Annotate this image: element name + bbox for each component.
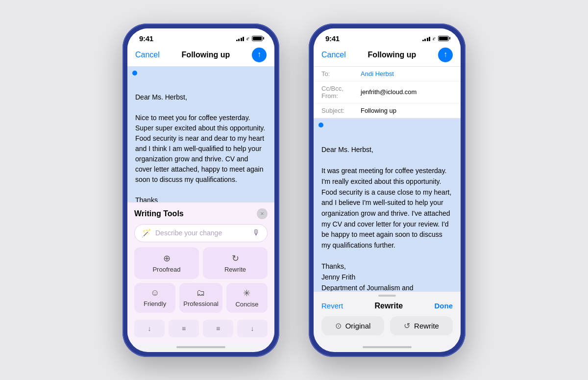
- nav-bar-right: Cancel Following up ↑: [314, 45, 461, 67]
- nav-title-left: Following up: [182, 51, 230, 59]
- wifi-icon-right: 𝑒: [433, 34, 436, 42]
- writing-tools-input-field[interactable]: 🪄 Describe your change 🎙: [134, 224, 268, 242]
- thumb-down-icon: ↓: [148, 325, 151, 332]
- rewrite-icon: ↻: [232, 253, 239, 264]
- status-bar-left: 9:41 𝑒: [127, 28, 274, 45]
- rewrite-label: Rewrite: [224, 266, 246, 273]
- email-content-left: Dear Ms. Herbst, Nice to meet you for co…: [127, 67, 274, 202]
- done-button[interactable]: Done: [434, 302, 453, 310]
- thumb-1[interactable]: ↓: [134, 320, 165, 337]
- subject-value[interactable]: Following up: [361, 107, 396, 114]
- email-body-text-left[interactable]: Dear Ms. Herbst, Nice to meet you for co…: [127, 67, 274, 202]
- wt-tone-buttons-row: ☺ Friendly 🗂 Professional ✳ Concise: [134, 283, 268, 313]
- cancel-button-left[interactable]: Cancel: [135, 51, 160, 59]
- home-indicator-right: [314, 342, 461, 352]
- cancel-button-right[interactable]: Cancel: [321, 51, 346, 59]
- email-body-selected-text: Dear Ms. Herbst, It was great meeting fo…: [314, 119, 461, 291]
- status-icons-left: 𝑒: [236, 34, 263, 42]
- rewrite-title: Rewrite: [374, 302, 403, 310]
- right-phone: 9:41 𝑒 Cancel Following up ↑: [309, 24, 466, 357]
- concise-label: Concise: [235, 301, 258, 308]
- signal-icon-right: [422, 36, 431, 41]
- professional-label: Professional: [183, 300, 219, 307]
- to-field-row: To: Andi Herbst: [314, 67, 461, 81]
- writing-tools-sparkle-icon: 🪄: [142, 228, 151, 238]
- proofread-button[interactable]: ⊕ Proofread: [134, 247, 199, 279]
- thumb-down2-icon: ↓: [251, 325, 254, 332]
- rewrite-option-label: Rewrite: [414, 322, 439, 330]
- email-body-right[interactable]: Dear Ms. Herbst, It was great meeting fo…: [314, 119, 461, 291]
- professional-icon: 🗂: [196, 288, 205, 298]
- email-fields: To: Andi Herbst Cc/Bcc, From: jenfrith@i…: [314, 67, 461, 119]
- writing-tools-title: Writing Tools: [134, 209, 184, 218]
- thumb-4[interactable]: ↓: [237, 320, 268, 337]
- writing-tools-placeholder: Describe your change: [155, 229, 248, 237]
- rewrite-option-button[interactable]: ↺ Rewrite: [390, 316, 453, 335]
- revert-button[interactable]: Revert: [321, 302, 343, 310]
- original-label: Original: [345, 322, 371, 330]
- proofread-icon: ⊕: [163, 253, 171, 264]
- send-button-right[interactable]: ↑: [438, 48, 453, 62]
- original-icon: ⊙: [335, 321, 342, 330]
- bottom-thumbnails: ↓ ≡ ≡ ↓: [134, 317, 268, 337]
- to-label: To:: [321, 70, 361, 77]
- friendly-label: Friendly: [144, 300, 166, 307]
- to-value[interactable]: Andi Herbst: [361, 70, 394, 77]
- writing-tools-close-button[interactable]: ×: [257, 208, 268, 219]
- wt-main-buttons-row: ⊕ Proofread ↻ Rewrite: [134, 247, 268, 279]
- rewrite-options: ⊙ Original ↺ Rewrite: [314, 314, 461, 342]
- send-arrow-icon: ↑: [257, 51, 261, 58]
- writing-tools-header: Writing Tools ×: [134, 208, 268, 219]
- rewrite-panel: Revert Rewrite Done ⊙ Original ↺ Rewrite: [314, 291, 461, 342]
- rewrite-option-icon: ↺: [404, 321, 410, 330]
- selection-handle-start-right: [318, 123, 323, 127]
- mic-icon[interactable]: 🎙: [252, 228, 260, 237]
- concise-button[interactable]: ✳ Concise: [226, 283, 268, 313]
- from-value[interactable]: jenfrith@icloud.com: [361, 88, 416, 96]
- cc-field-row: Cc/Bcc, From: jenfrith@icloud.com: [314, 81, 461, 103]
- subject-field-row: Subject: Following up: [314, 103, 461, 118]
- subject-label: Subject:: [321, 107, 361, 114]
- friendly-icon: ☺: [150, 288, 159, 298]
- rewrite-header: Revert Rewrite Done: [314, 297, 461, 314]
- thumb-lines-icon: ≡: [182, 325, 186, 332]
- status-icons-right: 𝑒: [422, 34, 449, 42]
- cc-label: Cc/Bcc, From:: [321, 85, 361, 100]
- left-phone: 9:41 𝑒 Cancel Following up ↑: [122, 24, 279, 357]
- nav-bar-left: Cancel Following up ↑: [127, 45, 274, 67]
- professional-button[interactable]: 🗂 Professional: [179, 283, 222, 313]
- rewrite-button[interactable]: ↻ Rewrite: [203, 247, 268, 279]
- status-bar-right: 9:41 𝑒: [314, 28, 461, 45]
- writing-tools-panel: Writing Tools × 🪄 Describe your change 🎙…: [127, 202, 274, 342]
- signal-icon: [236, 36, 245, 41]
- selection-handle-start: [132, 71, 137, 76]
- thumb-2[interactable]: ≡: [169, 320, 199, 337]
- status-time-right: 9:41: [325, 34, 340, 43]
- nav-title-right: Following up: [368, 51, 416, 59]
- send-arrow-icon-right: ↑: [443, 51, 447, 58]
- thumb-3[interactable]: ≡: [203, 320, 233, 337]
- friendly-button[interactable]: ☺ Friendly: [134, 283, 175, 313]
- concise-icon: ✳: [243, 288, 250, 299]
- battery-icon: [252, 36, 263, 41]
- proofread-label: Proofread: [152, 266, 180, 273]
- thumb-text-icon: ≡: [216, 325, 220, 332]
- send-button-left[interactable]: ↑: [252, 48, 267, 62]
- original-option-button[interactable]: ⊙ Original: [321, 316, 384, 335]
- battery-icon-right: [438, 36, 449, 41]
- wifi-icon: 𝑒: [246, 34, 249, 42]
- home-indicator-left: [127, 342, 274, 352]
- status-time-left: 9:41: [139, 34, 153, 43]
